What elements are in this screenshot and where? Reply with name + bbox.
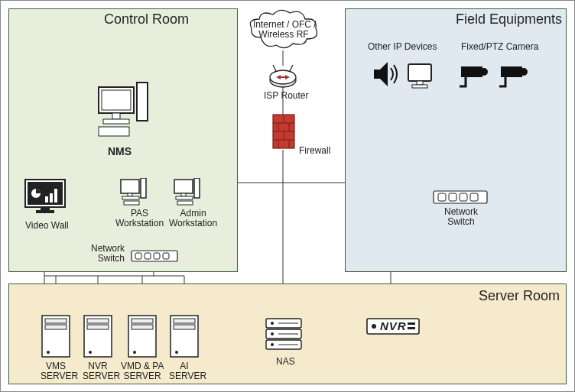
zone-server-room-title: Server Room: [479, 288, 560, 304]
svg-point-94: [89, 351, 92, 354]
svg-rect-100: [174, 319, 195, 323]
svg-line-64: [290, 65, 293, 71]
svg-rect-114: [408, 322, 415, 325]
nvr-server-label: NVR SERVER: [83, 361, 113, 381]
svg-rect-96: [132, 319, 153, 323]
field-network-switch-label: Network Switch: [444, 207, 478, 227]
svg-rect-37: [99, 127, 129, 136]
svg-rect-47: [128, 193, 132, 196]
svg-rect-54: [177, 201, 193, 205]
video-wall-icon: [24, 178, 67, 216]
svg-rect-88: [45, 319, 67, 323]
svg-rect-44: [41, 207, 50, 210]
svg-point-90: [47, 351, 50, 354]
field-network-switch-icon: [433, 190, 488, 204]
svg-point-108: [271, 343, 274, 346]
svg-rect-53: [176, 196, 193, 199]
vms-server-icon: [41, 314, 71, 358]
svg-rect-77: [412, 85, 427, 88]
nvr-server-icon: [83, 314, 113, 358]
svg-rect-89: [45, 325, 67, 329]
svg-point-102: [175, 351, 178, 354]
svg-point-106: [271, 322, 274, 325]
nvr-label: NVR: [380, 320, 407, 333]
video-wall-label: Video Wall: [25, 221, 69, 231]
control-network-switch-icon: [131, 250, 178, 262]
admin-workstation-icon: [173, 178, 200, 206]
svg-rect-49: [124, 201, 139, 205]
isp-router-icon: [268, 63, 297, 89]
svg-rect-48: [122, 196, 139, 199]
ai-server-label: AI SERVER: [169, 361, 200, 381]
svg-rect-34: [112, 113, 120, 119]
other-ip-devices-label: Other IP Devices: [368, 42, 437, 52]
pas-workstation-label: PAS Workstation: [115, 209, 164, 228]
ai-server-icon: [169, 314, 200, 358]
fixed-camera-icon: [458, 62, 492, 91]
nas-label: NAS: [276, 357, 295, 367]
svg-rect-43: [54, 189, 57, 202]
control-network-switch-label: Network Switch: [91, 244, 125, 264]
svg-point-79: [480, 68, 488, 76]
vmd-pa-server-label: VMD & PA SERVER: [121, 361, 164, 381]
svg-rect-80: [501, 66, 522, 77]
svg-rect-42: [50, 193, 53, 202]
svg-rect-56: [132, 251, 177, 261]
svg-line-63: [273, 65, 276, 71]
svg-point-98: [133, 351, 136, 354]
svg-rect-75: [408, 64, 431, 81]
vmd-pa-server-icon: [127, 314, 158, 358]
svg-rect-41: [45, 196, 48, 202]
nms-label: NMS: [108, 146, 132, 157]
svg-rect-50: [141, 178, 146, 198]
vms-server-label: VMS SERVER: [41, 361, 71, 381]
svg-rect-101: [174, 325, 195, 329]
svg-rect-45: [36, 210, 54, 213]
svg-rect-76: [417, 81, 423, 85]
firewall-icon: [272, 114, 295, 149]
svg-point-81: [520, 68, 528, 76]
firewall-label: Firewall: [299, 146, 330, 156]
speaker-icon: [371, 59, 400, 89]
svg-point-107: [271, 332, 274, 335]
svg-rect-35: [103, 119, 129, 124]
svg-rect-97: [132, 325, 153, 329]
network-diagram: Control Room Field Equipments Server Roo…: [0, 0, 575, 392]
svg-rect-46: [121, 180, 139, 193]
svg-rect-82: [434, 191, 487, 203]
svg-rect-51: [174, 180, 193, 193]
svg-rect-93: [87, 325, 109, 329]
isp-router-label: ISP Router: [264, 91, 308, 101]
svg-rect-52: [181, 193, 186, 196]
zone-field-title: Field Equipments: [456, 11, 562, 28]
zone-control-room-title: Control Room: [104, 11, 189, 28]
svg-rect-36: [137, 83, 148, 121]
nas-icon: [265, 316, 303, 354]
svg-point-113: [372, 324, 376, 329]
ptz-camera-label: Fixed/PTZ Camera: [461, 42, 538, 52]
svg-rect-55: [194, 178, 200, 198]
nms-computer-icon: [93, 81, 154, 142]
pas-workstation-icon: [119, 178, 147, 206]
svg-rect-33: [102, 90, 131, 110]
ip-device-monitor-icon: [406, 62, 434, 89]
svg-rect-92: [87, 319, 109, 323]
ptz-camera-icon: [498, 62, 531, 91]
svg-rect-78: [461, 66, 482, 77]
admin-workstation-label: Admin Workstation: [169, 209, 217, 228]
internet-cloud-label: Internet / OFC / Wireless RF: [253, 20, 314, 40]
svg-rect-115: [408, 327, 415, 329]
